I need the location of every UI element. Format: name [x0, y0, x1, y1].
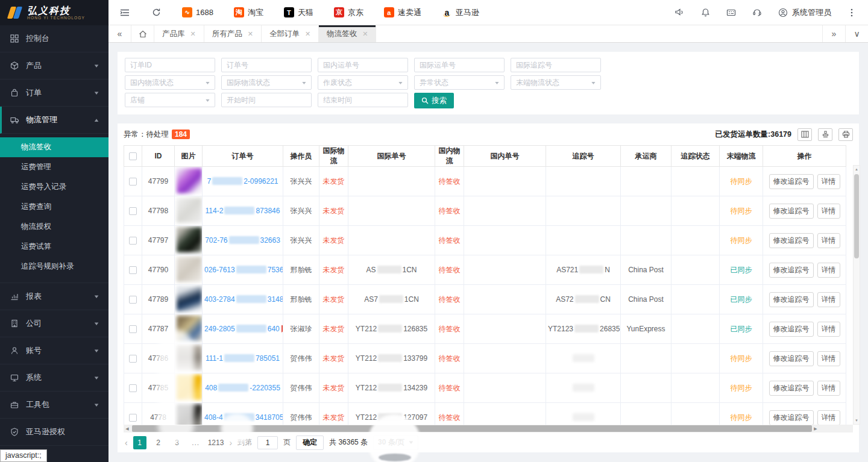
edit-tracking-button[interactable]: 修改追踪号: [769, 233, 814, 248]
exception-count-badge[interactable]: 184: [172, 130, 190, 139]
column-settings-icon[interactable]: [797, 128, 812, 141]
submenu-item[interactable]: 物流签收: [0, 137, 108, 157]
exception-status-select[interactable]: 异常状态▼: [414, 75, 505, 90]
end-time-input[interactable]: [318, 93, 408, 107]
intl-tracking-input[interactable]: [511, 58, 601, 72]
order-link[interactable]: 408-2220355: [205, 384, 280, 392]
tabs-scroll-right-icon[interactable]: »: [822, 25, 845, 42]
select-all-checkbox[interactable]: [129, 152, 137, 160]
edit-tracking-button[interactable]: 修改追踪号: [769, 351, 814, 366]
sidebar-item-company[interactable]: 公司 ▼: [0, 310, 108, 337]
confirm-page-button[interactable]: 确定: [296, 435, 324, 450]
edit-tracking-button[interactable]: 修改追踪号: [769, 322, 814, 337]
submenu-item[interactable]: 运费试算: [0, 237, 108, 257]
notifications-bell-icon[interactable]: [700, 7, 711, 18]
next-page-icon[interactable]: ›: [229, 438, 232, 448]
announcement-icon[interactable]: [674, 7, 685, 18]
tab-product-library[interactable]: 产品库✕: [154, 25, 204, 42]
marketplace-tmall[interactable]: T 天猫: [284, 7, 313, 18]
row-checkbox[interactable]: [129, 414, 137, 422]
more-kebab-icon[interactable]: [846, 7, 857, 18]
detail-button[interactable]: 详情: [817, 351, 840, 366]
row-checkbox[interactable]: [129, 355, 137, 363]
collapse-sidebar-icon[interactable]: [119, 7, 130, 18]
detail-button[interactable]: 详情: [817, 410, 840, 425]
page-number[interactable]: 2: [152, 436, 165, 449]
tab-all-products[interactable]: 所有产品✕: [204, 25, 262, 42]
horizontal-scrollbar[interactable]: ◀ ▶: [124, 425, 853, 432]
detail-button[interactable]: 详情: [817, 263, 840, 278]
sidebar-item-amazon-auth[interactable]: 亚马逊授权: [0, 419, 108, 446]
sidebar-item-products[interactable]: 产品 ▼: [0, 52, 108, 80]
edit-tracking-button[interactable]: 修改追踪号: [769, 174, 814, 189]
sidebar-item-system[interactable]: 系统 ▼: [0, 364, 108, 392]
submenu-item[interactable]: 追踪号规则补录: [0, 257, 108, 276]
product-thumbnail[interactable]: [177, 257, 202, 282]
marketplace-jd[interactable]: 京 京东: [334, 7, 363, 18]
product-thumbnail[interactable]: [177, 345, 202, 370]
sidebar-item-account[interactable]: 账号 ▼: [0, 337, 108, 364]
row-checkbox[interactable]: [129, 384, 137, 392]
page-number[interactable]: 3: [171, 436, 184, 449]
page-number[interactable]: 1213: [208, 436, 224, 449]
page-number[interactable]: ...: [189, 436, 203, 449]
close-tab-icon[interactable]: ✕: [190, 30, 196, 38]
control-panel-icon[interactable]: [726, 7, 737, 18]
edit-tracking-button[interactable]: 修改追踪号: [769, 263, 814, 278]
customer-service-icon[interactable]: [752, 7, 763, 18]
goto-page-input[interactable]: [257, 436, 278, 449]
order-link[interactable]: 114-2873846: [206, 207, 280, 215]
order-id-input[interactable]: [125, 58, 215, 72]
product-thumbnail[interactable]: [177, 375, 202, 400]
detail-button[interactable]: 详情: [817, 174, 840, 189]
order-link[interactable]: 111-1785051: [206, 354, 280, 363]
submenu-item[interactable]: 运费导入记录: [0, 177, 108, 197]
domestic-status-select[interactable]: 国内物流状态▼: [125, 75, 215, 90]
scroll-left-icon[interactable]: ◀: [124, 426, 131, 431]
tabs-scroll-left-icon[interactable]: «: [108, 25, 131, 42]
row-checkbox[interactable]: [129, 296, 137, 304]
void-status-select[interactable]: 作废状态▼: [318, 75, 408, 90]
detail-button[interactable]: 详情: [817, 233, 840, 248]
detail-button[interactable]: 详情: [817, 322, 840, 337]
row-checkbox[interactable]: [129, 266, 137, 274]
edit-tracking-button[interactable]: 修改追踪号: [769, 381, 814, 396]
detail-button[interactable]: 详情: [817, 381, 840, 396]
search-button[interactable]: 搜索: [414, 93, 454, 108]
home-tab-icon[interactable]: [131, 25, 154, 42]
edit-tracking-button[interactable]: 修改追踪号: [769, 410, 814, 425]
close-tab-icon[interactable]: ✕: [305, 30, 310, 38]
order-link[interactable]: 026-76137536: [204, 266, 283, 274]
sidebar-item-logistics[interactable]: 物流管理 ▲: [0, 107, 108, 134]
sidebar-item-toolbox[interactable]: 工具包 ▼: [0, 392, 108, 419]
domestic-waybill-input[interactable]: [318, 58, 408, 72]
marketplace-aliexpress[interactable]: a 速卖通: [384, 7, 421, 18]
refresh-icon[interactable]: [151, 7, 162, 18]
print-icon[interactable]: [838, 128, 853, 141]
order-link[interactable]: 702-7632663: [205, 236, 280, 245]
per-page-select[interactable]: 30 条/页▼: [373, 435, 418, 450]
edit-tracking-button[interactable]: 修改追踪号: [769, 292, 814, 307]
intl-status-select[interactable]: 国际物流状态▼: [221, 75, 312, 90]
vertical-scrollbar[interactable]: ▲ ▼: [853, 165, 860, 425]
order-link[interactable]: 403-27843148: [204, 295, 283, 304]
sidebar-item-orders[interactable]: 订单 ▼: [0, 80, 108, 107]
marketplace-taobao[interactable]: 淘 淘宝: [234, 7, 263, 18]
prev-page-icon[interactable]: ‹: [125, 438, 128, 448]
intl-waybill-input[interactable]: [414, 58, 505, 72]
edit-tracking-button[interactable]: 修改追踪号: [769, 204, 814, 219]
lastmile-status-select[interactable]: 末端物流状态▼: [511, 75, 601, 90]
order-no-input[interactable]: [221, 58, 312, 72]
row-checkbox[interactable]: [129, 325, 137, 333]
sidebar-item-reports[interactable]: 报表 ▼: [0, 283, 108, 310]
product-thumbnail[interactable]: [177, 286, 202, 311]
order-link[interactable]: 249-2805640: [204, 325, 280, 333]
product-thumbnail[interactable]: [177, 168, 202, 193]
scroll-up-icon[interactable]: ▲: [854, 166, 860, 173]
tabs-menu-icon[interactable]: ∨: [845, 25, 868, 42]
sidebar-item-dashboard[interactable]: 控制台: [0, 25, 108, 52]
submenu-item[interactable]: 运费查询: [0, 197, 108, 217]
detail-button[interactable]: 详情: [817, 292, 840, 307]
order-link[interactable]: 72-0996221: [207, 177, 278, 186]
vertical-scroll-thumb[interactable]: [854, 174, 859, 258]
